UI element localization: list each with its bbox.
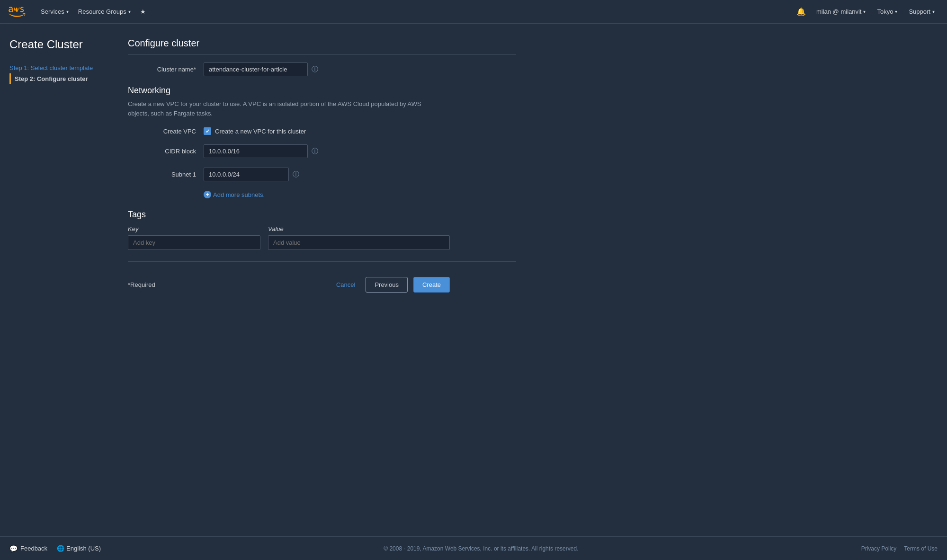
cluster-name-row: Cluster name* ⓘ xyxy=(128,62,516,76)
subnet1-info-icon[interactable]: ⓘ xyxy=(293,170,299,179)
form-divider xyxy=(128,261,516,262)
main-layout: Create Cluster Step 1: Select cluster te… xyxy=(0,24,947,536)
top-navigation: Services ▾ Resource Groups ▾ ★ 🔔 milan @… xyxy=(0,0,947,24)
create-vpc-checkbox[interactable] xyxy=(204,127,211,135)
region-chevron-icon: ▾ xyxy=(895,9,897,14)
tags-key-column-header: Key xyxy=(128,225,260,232)
previous-button[interactable]: Previous xyxy=(366,277,408,293)
nav-services[interactable]: Services ▾ xyxy=(36,0,73,24)
networking-title: Networking xyxy=(128,86,516,96)
required-note: *Required xyxy=(128,281,155,288)
tags-header: Key Value xyxy=(128,225,450,232)
cidr-block-input[interactable] xyxy=(204,144,308,158)
footer-links: Privacy Policy Terms of Use xyxy=(861,545,938,552)
cidr-block-row: CIDR block ⓘ xyxy=(128,144,516,158)
services-chevron-icon: ▾ xyxy=(66,9,69,14)
create-vpc-checkbox-group: Create a new VPC for this cluster xyxy=(204,127,306,135)
nav-resource-groups[interactable]: Resource Groups ▾ xyxy=(73,0,135,24)
page-title: Create Cluster xyxy=(9,38,99,51)
subnet1-row: Subnet 1 ⓘ xyxy=(128,168,516,181)
nav-user[interactable]: milan @ milanvit ▾ xyxy=(812,0,871,24)
sidebar-item-step1[interactable]: Step 1: Select cluster template xyxy=(9,62,99,73)
tags-table: Key Value xyxy=(128,225,450,250)
tags-value-column-header: Value xyxy=(268,225,450,232)
language-selector[interactable]: 🌐 English (US) xyxy=(57,545,101,552)
tag-key-input[interactable] xyxy=(128,235,260,250)
cluster-name-input[interactable] xyxy=(204,62,308,76)
star-icon: ★ xyxy=(140,8,146,15)
sidebar: Create Cluster Step 1: Select cluster te… xyxy=(0,38,109,536)
notifications-icon[interactable]: 🔔 xyxy=(793,7,810,16)
tag-value-input[interactable] xyxy=(268,235,450,250)
privacy-policy-link[interactable]: Privacy Policy xyxy=(861,545,897,552)
add-subnets-link[interactable]: + Add more subnets. xyxy=(204,191,265,198)
networking-section: Networking Create a new VPC for your clu… xyxy=(128,86,516,198)
cidr-block-label: CIDR block xyxy=(128,148,204,155)
feedback-button[interactable]: 💬 Feedback xyxy=(9,545,47,552)
sidebar-item-step2: Step 2: Configure cluster xyxy=(9,73,99,84)
cidr-block-info-icon[interactable]: ⓘ xyxy=(312,147,318,156)
tags-section: Tags Key Value xyxy=(128,210,516,250)
tags-title: Tags xyxy=(128,210,516,220)
nav-support[interactable]: Support ▾ xyxy=(904,0,939,24)
main-content: Configure cluster Cluster name* ⓘ Networ… xyxy=(109,38,535,536)
add-subnets-row: + Add more subnets. xyxy=(204,191,516,198)
terms-of-use-link[interactable]: Terms of Use xyxy=(904,545,938,552)
networking-description: Create a new VPC for your cluster to use… xyxy=(128,99,440,118)
form-section-title: Configure cluster xyxy=(128,38,516,55)
tags-input-row xyxy=(128,235,450,250)
cluster-name-label: Cluster name* xyxy=(128,66,204,73)
copyright-text: © 2008 - 2019, Amazon Web Services, Inc.… xyxy=(101,545,861,552)
user-chevron-icon: ▾ xyxy=(863,9,866,14)
aws-logo[interactable] xyxy=(8,5,27,18)
create-button[interactable]: Create xyxy=(413,277,450,293)
bottom-bar: 💬 Feedback 🌐 English (US) © 2008 - 2019,… xyxy=(0,536,947,560)
cancel-button[interactable]: Cancel xyxy=(331,277,360,292)
globe-icon: 🌐 xyxy=(57,545,64,552)
form-footer-actions: *Required Cancel Previous Create xyxy=(128,273,450,293)
cluster-name-info-icon[interactable]: ⓘ xyxy=(312,65,318,74)
plus-circle-icon: + xyxy=(204,191,211,198)
feedback-icon: 💬 xyxy=(9,545,18,552)
create-vpc-checkbox-label: Create a new VPC for this cluster xyxy=(215,128,306,135)
create-vpc-row: Create VPC Create a new VPC for this clu… xyxy=(128,127,516,135)
subnet1-label: Subnet 1 xyxy=(128,171,204,178)
nav-region[interactable]: Tokyo ▾ xyxy=(872,0,902,24)
support-chevron-icon: ▾ xyxy=(932,9,935,14)
create-vpc-label: Create VPC xyxy=(128,128,204,135)
subnet1-input[interactable] xyxy=(204,168,289,181)
nav-favorites[interactable]: ★ xyxy=(135,0,151,24)
resource-groups-chevron-icon: ▾ xyxy=(128,9,131,14)
